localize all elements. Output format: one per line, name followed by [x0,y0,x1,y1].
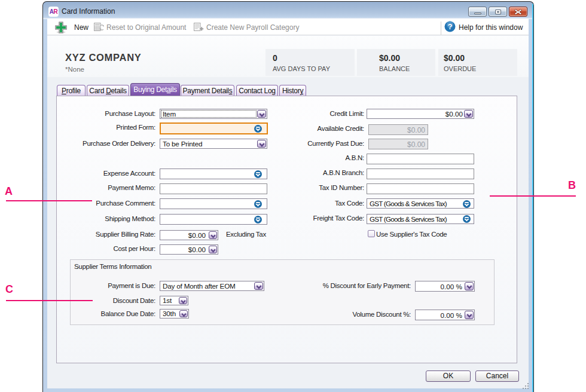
svg-text:?: ? [448,23,453,31]
